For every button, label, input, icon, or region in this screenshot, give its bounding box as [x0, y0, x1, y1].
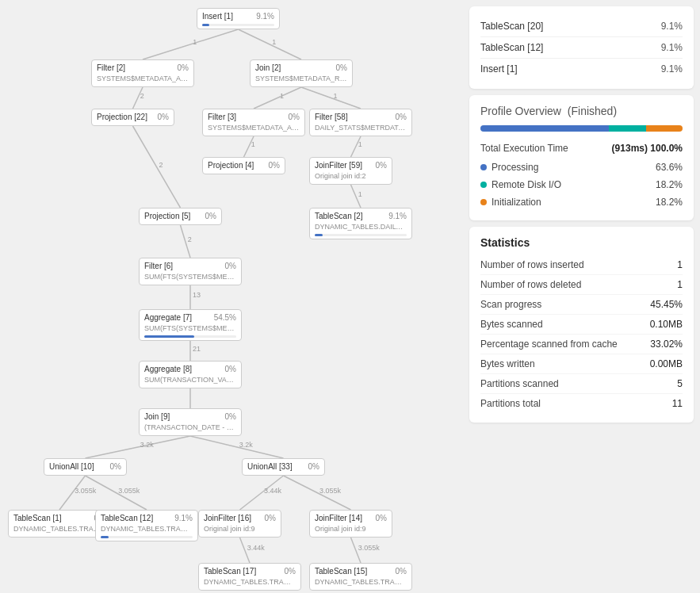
- svg-line-33: [240, 476, 284, 510]
- svg-text:2: 2: [188, 235, 192, 243]
- dag-node-n12: Aggregate [7] 54.5% SUM(FTS(SYSTEMS$META…: [139, 309, 242, 341]
- svg-text:3.055k: 3.055k: [358, 544, 381, 552]
- dag-node-n3: Join [2] 0% SYSTEMS$METADATA_ROW_ID) DA.…: [250, 59, 353, 87]
- profile-progress-bar: [480, 125, 683, 132]
- dag-node-n14: Join [9] 0% (TRANSACTION_DATE - TRANSACT…: [139, 408, 242, 436]
- svg-line-31: [86, 476, 147, 510]
- svg-text:1: 1: [272, 38, 276, 46]
- statistics-title: Statistics: [480, 236, 683, 249]
- orange-dot: [480, 199, 487, 205]
- pb-processing: [480, 125, 609, 132]
- svg-line-14: [133, 126, 181, 208]
- svg-text:1: 1: [358, 140, 362, 148]
- profile-overview-card: Profile Overview (Finished) Total Execut…: [469, 95, 694, 220]
- teal-dot: [480, 182, 487, 188]
- dag-node-n15: UnionAll [10] 0%: [44, 458, 127, 476]
- dag-node-n13: Aggregate [8] 0% SUM(TRANSACTION_VALUE),…: [139, 361, 242, 388]
- dag-node-n19: JoinFilter [16] 0% Original join id:9: [198, 510, 281, 538]
- svg-line-18: [181, 225, 191, 258]
- dag-node-n16: UnionAll [33] 0%: [242, 458, 325, 476]
- svg-text:1: 1: [193, 38, 197, 46]
- dag-node-n1: Insert [1] 9.1%: [197, 8, 280, 29]
- svg-text:13: 13: [193, 291, 201, 299]
- stat-row: Number of rows deleted1: [480, 275, 683, 295]
- svg-line-25: [86, 436, 191, 458]
- svg-text:21: 21: [193, 345, 201, 353]
- stat-row: Bytes written0.00MB: [480, 354, 683, 374]
- svg-text:2: 2: [140, 92, 144, 100]
- svg-line-2: [239, 29, 302, 59]
- svg-line-37: [240, 538, 251, 563]
- svg-text:1: 1: [251, 140, 255, 148]
- stat-row: Partitions scanned5: [480, 374, 683, 394]
- svg-text:1: 1: [334, 92, 338, 100]
- svg-text:3.2k: 3.2k: [140, 441, 155, 449]
- stat-row: Bytes scanned0.10MB: [480, 315, 683, 335]
- operator-row: TableScan [12]9.1%: [480, 37, 683, 59]
- svg-text:1: 1: [358, 190, 362, 198]
- svg-line-4: [133, 87, 143, 109]
- dag-node-n10: TableScan [2] 9.1% DYNAMIC_TABLES.DAILY_…: [309, 208, 412, 239]
- svg-text:3.055k: 3.055k: [75, 487, 97, 495]
- operator-row: Insert [1]9.1%: [480, 59, 683, 79]
- svg-line-29: [59, 476, 86, 510]
- svg-line-35: [284, 476, 351, 510]
- dag-node-n8: JoinFilter [59] 0% Original join id:2: [309, 157, 392, 185]
- svg-text:2: 2: [159, 161, 163, 169]
- stat-row: Number of rows inserted1: [480, 255, 683, 275]
- dag-node-n21: TableScan [17] 0% DYNAMIC_TABLES.TRANSAC…: [198, 563, 301, 591]
- dag-node-n9: Projection [5] 0%: [139, 208, 222, 225]
- dag-node-n20: JoinFilter [14] 0% Original join id:9: [309, 510, 392, 538]
- blue-dot: [480, 164, 487, 170]
- svg-text:1: 1: [280, 92, 284, 100]
- dag-panel: 112111121213213.2k3.2k3.055k3.055k3.44k3…: [0, 0, 466, 593]
- stat-row: Percentage scanned from cache33.02%: [480, 335, 683, 354]
- svg-text:3.44k: 3.44k: [247, 544, 266, 552]
- svg-line-27: [190, 436, 284, 458]
- svg-line-8: [301, 87, 361, 109]
- svg-text:3.055k: 3.055k: [118, 487, 140, 495]
- right-panel: TableScan [20]9.1%TableScan [12]9.1%Inse…: [466, 0, 700, 593]
- dag-node-n11: Filter [6] 0% SUM(FTS(SYSTEMS$METADATA_A…: [139, 258, 242, 285]
- profile-metric-row: Initialization 18.2%: [480, 193, 683, 211]
- stat-row: Partitions total11: [480, 394, 683, 413]
- operator-row: TableScan [20]9.1%: [480, 16, 683, 37]
- dag-node-n18: TableScan [12] 9.1% DYNAMIC_TABLES.TRANS…: [95, 510, 198, 541]
- dag-node-n7: Projection [4] 0%: [202, 157, 285, 174]
- dag-node-n5: Filter [3] 0% SYSTEMS$METADATA_ACTION) D…: [202, 109, 305, 136]
- svg-line-6: [254, 87, 301, 109]
- dag-node-n6: Filter [58] 0% DAILY_STATS$METRDATA$MNT_…: [309, 109, 412, 136]
- operator-list-card: TableScan [20]9.1%TableScan [12]9.1%Inse…: [469, 6, 694, 89]
- svg-line-39: [351, 538, 361, 563]
- stat-row: Scan progress45.45%: [480, 295, 683, 315]
- profile-total-row: Total Execution Time (913ms) 100.0%: [480, 140, 683, 159]
- pb-remote-disk: [609, 125, 645, 132]
- profile-metric-row: Processing 63.6%: [480, 159, 683, 176]
- dag-node-n22: TableScan [15] 0% DYNAMIC_TABLES.TRANSAC…: [309, 563, 412, 591]
- svg-text:3.44k: 3.44k: [264, 487, 282, 495]
- svg-line-10: [244, 136, 254, 157]
- svg-line-16: [351, 185, 361, 208]
- svg-text:3.2k: 3.2k: [239, 441, 254, 449]
- svg-line-12: [351, 136, 361, 157]
- profile-title: Profile Overview (Finished): [480, 105, 683, 117]
- dag-node-n2: Filter [2] 0% SYSTEMS$METADATA_ACTION) I…: [91, 59, 194, 87]
- profile-metric-row: Remote Disk I/O 18.2%: [480, 176, 683, 193]
- svg-text:3.055k: 3.055k: [319, 487, 342, 495]
- dag-node-n4: Projection [22] 0%: [91, 109, 174, 126]
- statistics-card: Statistics Number of rows inserted1Numbe…: [469, 227, 694, 423]
- pb-init: [646, 125, 683, 132]
- svg-line-0: [143, 29, 239, 59]
